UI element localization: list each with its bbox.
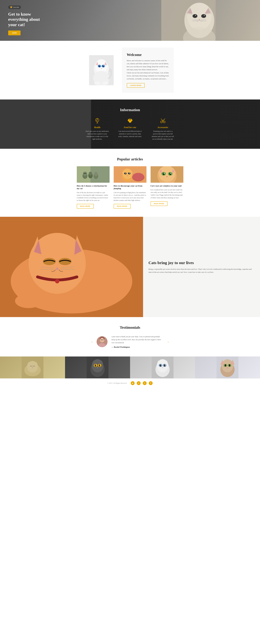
article-title-1: How do I choose a veterinarian for my ca… — [77, 184, 110, 190]
read-more-button-1[interactable]: READ MORE — [77, 204, 94, 208]
svg-point-141 — [164, 364, 165, 366]
svg-point-91 — [170, 173, 171, 174]
articles-section: Popular articles — [0, 149, 260, 217]
svg-point-69 — [123, 168, 132, 179]
svg-point-142 — [160, 365, 161, 366]
svg-point-113 — [101, 340, 102, 340]
svg-point-111 — [100, 338, 104, 342]
strip-photo-1 — [0, 356, 65, 378]
scissors-icon — [150, 118, 175, 125]
read-more-button-2[interactable]: READ MORE — [114, 204, 130, 208]
joy-cat-image — [0, 217, 143, 317]
information-heading: Information — [5, 108, 255, 112]
article-title-3: Cat's eyes are windows to your soul — [150, 184, 183, 187]
svg-point-154 — [225, 364, 226, 366]
youtube-icon[interactable]: ▶ — [131, 381, 134, 385]
welcome-body: Meow and welcome to a massive source of … — [127, 59, 169, 80]
learn-more-button[interactable]: LEARN MORE — [127, 83, 145, 88]
welcome-heading: Welcome — [127, 52, 169, 57]
svg-point-66 — [94, 172, 98, 176]
info-card-accessories: Accessories Trimming your cat's nails is… — [150, 118, 175, 140]
welcome-cat-container — [86, 55, 117, 85]
svg-point-120 — [32, 367, 33, 368]
hero-title: Get to know everything about your cat! — [8, 12, 49, 27]
joy-section: Cats bring joy to our lives Being a resp… — [0, 217, 260, 317]
copyright-text: © 2015 | All Rights Reserved — [107, 382, 127, 384]
svg-point-47 — [129, 118, 130, 120]
footer-icons: ▶ ✉ t f — [131, 381, 153, 385]
svg-point-75 — [129, 173, 130, 174]
svg-point-109 — [72, 296, 100, 308]
read-more-button-3[interactable]: READ MORE — [150, 201, 167, 206]
joy-content: Cats bring joy to our lives Being a resp… — [143, 217, 260, 317]
strip-photo-2 — [65, 356, 130, 378]
svg-point-37 — [103, 82, 109, 85]
joy-heading: Cats bring joy to our lives — [148, 260, 255, 265]
svg-point-78 — [132, 173, 144, 180]
testimonial-next-button[interactable]: › — [168, 340, 169, 344]
article-body-3: Ever wondered how your cat sees the worl… — [150, 188, 183, 199]
footer: © 2015 | All Rights Reserved ▶ ✉ t f — [0, 378, 260, 388]
svg-point-90 — [163, 173, 164, 174]
svg-point-32 — [100, 65, 100, 66]
testimonial-container: ‹ I just want to thank you for your help… — [11, 335, 249, 348]
health-icon — [85, 118, 110, 125]
food-title: Food for cats — [118, 126, 142, 129]
svg-point-59 — [84, 173, 85, 174]
testimonial-quote: I just want to thank you for your help. … — [112, 335, 163, 344]
svg-point-108 — [15, 294, 42, 308]
svg-point-48 — [130, 118, 131, 120]
article-card-2: How to discourage your cat from jumping … — [114, 166, 146, 209]
twitter-icon[interactable]: t — [143, 381, 147, 385]
info-cards: Health Don't give your cat any medicatio… — [5, 118, 255, 140]
health-title: Health — [85, 126, 110, 129]
svg-point-33 — [103, 65, 104, 66]
svg-point-41 — [97, 120, 98, 120]
welcome-section: Welcome Meow and welcome to a massive so… — [0, 41, 260, 100]
article-image-1 — [77, 166, 110, 183]
svg-point-128 — [95, 364, 96, 366]
cat-icon: 🐱 — [10, 6, 12, 8]
information-section: Information Health Don't give your cat a… — [0, 100, 260, 149]
testimonial-prev-button[interactable]: ‹ — [91, 340, 93, 344]
svg-point-147 — [222, 359, 233, 372]
svg-point-129 — [99, 364, 100, 366]
svg-point-81 — [159, 166, 175, 182]
info-card-food: Food for cats Cats need several differen… — [118, 118, 142, 140]
svg-point-11 — [195, 15, 196, 16]
svg-point-36 — [94, 82, 100, 85]
health-description: Don't give your cat any medication until… — [85, 130, 110, 140]
testimonial-author: — Rachel Washington — [112, 346, 163, 348]
article-card-3: Cat's eyes are windows to your soul Ever… — [150, 166, 183, 209]
hero-section: 🐱 Cat Life Get to know everything about … — [0, 0, 260, 41]
svg-point-140 — [160, 364, 161, 366]
svg-point-60 — [85, 173, 86, 174]
svg-point-155 — [229, 364, 230, 366]
articles-grid: How do I choose a veterinarian for my ca… — [8, 166, 252, 209]
welcome-cat-image — [89, 55, 114, 85]
testimonial-avatar — [97, 336, 108, 347]
svg-point-131 — [100, 365, 100, 366]
facebook-icon[interactable]: f — [149, 381, 153, 385]
join-button[interactable]: JOIN — [8, 30, 20, 35]
hero-badge: 🐱 Cat Life — [8, 6, 21, 9]
info-card-health: Health Don't give your cat any medicatio… — [85, 118, 110, 140]
accessories-description: Trimming your cat's nails is a process t… — [150, 130, 175, 140]
food-description: Cats need several different kinds of nut… — [118, 130, 142, 138]
paw-icon — [118, 118, 142, 125]
testimonial-text: I just want to thank you for your help. … — [112, 335, 163, 348]
svg-point-2 — [187, 3, 212, 30]
article-title-2: How to discourage your cat from jumping — [114, 184, 146, 190]
svg-point-143 — [165, 365, 165, 366]
strip-photo-4 — [195, 356, 260, 378]
article-card-1: How do I choose a veterinarian for my ca… — [77, 166, 110, 209]
article-image-2 — [114, 166, 146, 183]
accessories-title: Accessories — [150, 126, 175, 129]
articles-heading: Popular articles — [8, 157, 252, 161]
photo-strip — [0, 356, 260, 378]
testimonials-section: Testimonials ‹ I just want to thank you … — [0, 317, 260, 356]
welcome-box: Welcome Meow and welcome to a massive so… — [122, 48, 174, 93]
email-icon[interactable]: ✉ — [137, 381, 140, 385]
svg-point-107 — [55, 279, 59, 284]
testimonials-heading: Testimonials — [11, 325, 249, 330]
